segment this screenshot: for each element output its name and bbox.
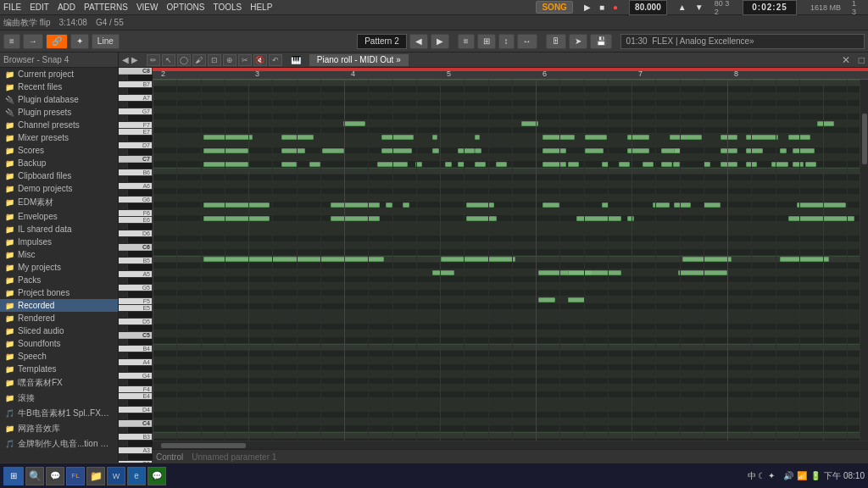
snap-button[interactable]: ≡ xyxy=(3,34,20,49)
midi-note-94[interactable] xyxy=(432,270,454,275)
midi-note-19[interactable] xyxy=(203,148,248,153)
midi-note-26[interactable] xyxy=(542,148,566,153)
piano-key-50[interactable]: D4 xyxy=(119,407,152,413)
midi-note-45[interactable] xyxy=(458,162,465,167)
menu-file[interactable]: FILE xyxy=(3,3,21,12)
search-taskbar[interactable]: 🔍 xyxy=(25,467,44,485)
hscroll-thumb[interactable] xyxy=(161,443,246,448)
piano-key-45[interactable]: G4 xyxy=(119,373,152,380)
piano-key-34[interactable]: F5 xyxy=(119,298,152,305)
midi-note-89[interactable] xyxy=(441,257,515,262)
pattern-next[interactable]: ▶ xyxy=(431,34,449,49)
browser-item-7[interactable]: 📁Backup xyxy=(0,157,118,169)
tool-link[interactable]: 🔗 xyxy=(46,34,68,49)
horizontal-scrollbar[interactable] xyxy=(153,441,868,449)
browser-item-24[interactable]: 📁嘿音素材FX xyxy=(0,375,118,391)
network-icon[interactable]: 📶 xyxy=(797,471,807,480)
piano-key-8[interactable]: F7 xyxy=(119,122,152,129)
midi-note-47[interactable] xyxy=(496,162,507,167)
piano-key-20[interactable] xyxy=(127,203,153,210)
piano-key-32[interactable]: G5 xyxy=(119,285,152,291)
midi-note-41[interactable] xyxy=(309,162,320,167)
piano-key-43[interactable]: A4 xyxy=(119,359,152,366)
midi-note-40[interactable] xyxy=(281,162,297,167)
piano-key-3[interactable] xyxy=(127,88,153,95)
piano-key-23[interactable] xyxy=(127,224,153,230)
midi-note-23[interactable] xyxy=(432,148,439,153)
taskbar-browser[interactable]: 📁 xyxy=(86,467,105,485)
midi-note-34[interactable] xyxy=(793,148,815,153)
taskbar-wechat[interactable]: 💬 xyxy=(147,467,166,485)
midi-note-70[interactable] xyxy=(466,202,494,208)
piano-key-4[interactable]: A7 xyxy=(119,95,152,102)
midi-note-4[interactable] xyxy=(203,135,253,140)
midi-note-7[interactable] xyxy=(432,135,437,140)
midi-note-90[interactable] xyxy=(682,257,732,262)
note-grid[interactable] xyxy=(153,80,868,441)
start-button[interactable]: ⊞ xyxy=(3,467,24,485)
ch-btn1[interactable]: ≡ xyxy=(458,34,475,49)
piano-key-26[interactable]: C6 xyxy=(119,244,152,251)
midi-note-6[interactable] xyxy=(381,135,414,140)
stop-btn[interactable]: ■ xyxy=(599,3,604,12)
piano-key-44[interactable] xyxy=(127,366,153,373)
piano-roll[interactable]: C8B7A7G7F7E7D7C7B6A6G6F6E6D6C6B5A5G5F5E5… xyxy=(119,68,868,464)
browser-item-14[interactable]: 📁Misc xyxy=(0,248,118,261)
arrow-btn[interactable]: ➤ xyxy=(569,34,587,49)
tool-arrow[interactable]: → xyxy=(23,34,43,49)
pr-tool-paint[interactable]: 🖌 xyxy=(192,54,206,66)
browser-item-23[interactable]: 📁Templates xyxy=(0,363,118,375)
record-btn[interactable]: ● xyxy=(613,3,618,12)
piano-key-46[interactable] xyxy=(127,380,153,386)
midi-note-84[interactable] xyxy=(627,216,634,221)
taskbar-fl[interactable]: FL xyxy=(66,467,85,485)
midi-note-31[interactable] xyxy=(721,148,737,153)
midi-note-8[interactable] xyxy=(475,135,480,140)
browser-item-18[interactable]: 📁Recorded xyxy=(0,299,118,312)
piano-key-10[interactable] xyxy=(127,136,153,142)
piano-key-36[interactable] xyxy=(127,312,153,319)
pr-tool-pencil[interactable]: ✏ xyxy=(147,54,160,66)
piano-key-27[interactable] xyxy=(127,251,153,258)
browser-item-15[interactable]: 📁My projects xyxy=(0,261,118,274)
save-btn[interactable]: 💾 xyxy=(590,34,612,49)
midi-note-48[interactable] xyxy=(542,162,566,167)
piano-key-35[interactable]: E5 xyxy=(119,305,152,312)
midi-note-33[interactable] xyxy=(780,148,787,153)
midi-note-12[interactable] xyxy=(670,135,702,140)
piano-key-25[interactable] xyxy=(127,237,153,244)
piano-key-28[interactable]: B5 xyxy=(119,258,152,264)
piano-key-13[interactable]: C7 xyxy=(119,156,152,163)
browser-item-13[interactable]: 📁Impulses xyxy=(0,236,118,248)
pattern-prev[interactable]: ◀ xyxy=(409,34,428,49)
piano-key-5[interactable] xyxy=(127,102,153,108)
piano-key-16[interactable] xyxy=(127,176,153,183)
piano-key-12[interactable] xyxy=(127,149,153,156)
piano-key-41[interactable]: B4 xyxy=(119,346,152,352)
arrow-down[interactable]: ▼ xyxy=(695,3,704,12)
midi-note-46[interactable] xyxy=(475,162,486,167)
piano-key-29[interactable] xyxy=(127,264,153,271)
midi-note-59[interactable] xyxy=(793,162,804,167)
midi-note-82[interactable] xyxy=(466,216,497,221)
piano-key-21[interactable]: F6 xyxy=(119,210,152,217)
ch-btn3[interactable]: ↕ xyxy=(498,34,515,49)
pr-tool-zoom[interactable]: ⊕ xyxy=(223,54,236,66)
midi-note-0[interactable] xyxy=(343,121,365,126)
midi-note-25[interactable] xyxy=(475,148,481,153)
browser-item-28[interactable]: 🎵金牌制作人电音...tion WAV xyxy=(0,436,118,452)
taskbar-edge[interactable]: e xyxy=(127,467,146,485)
browser-item-21[interactable]: 📁Soundfonts xyxy=(0,337,118,350)
piano-key-15[interactable]: B6 xyxy=(119,169,152,176)
piano-key-0[interactable]: C8 xyxy=(119,68,152,75)
piano-key-33[interactable] xyxy=(127,291,153,298)
piano-key-7[interactable] xyxy=(127,115,153,122)
midi-note-2[interactable] xyxy=(817,121,834,126)
vertical-scrollbar[interactable] xyxy=(860,80,868,441)
piano-key-14[interactable] xyxy=(127,163,153,169)
piano-key-9[interactable]: E7 xyxy=(119,129,152,136)
piano-key-37[interactable]: D5 xyxy=(119,319,152,325)
piano-key-38[interactable] xyxy=(127,325,153,332)
piano-key-18[interactable] xyxy=(127,190,153,197)
piano-key-42[interactable] xyxy=(127,352,153,359)
